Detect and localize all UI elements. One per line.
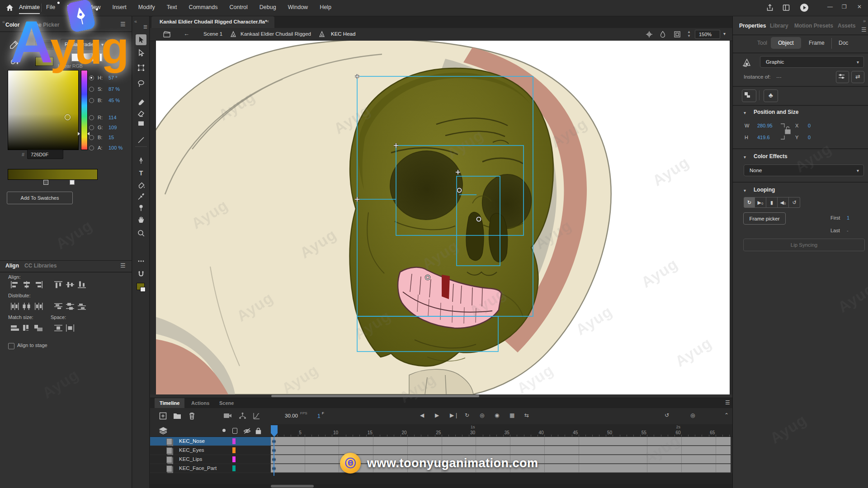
menu-text[interactable]: Text: [167, 4, 177, 10]
layer-row-KEC_Nose[interactable]: KEC_Nose: [150, 437, 271, 446]
subtab-doc[interactable]: Doc: [839, 40, 848, 46]
workspace-icon[interactable]: [782, 4, 790, 12]
match-both-button[interactable]: [33, 324, 43, 332]
fps-value[interactable]: 30.00: [285, 413, 298, 418]
dist-left-button[interactable]: [10, 302, 20, 310]
channel-value[interactable]: 57 °: [108, 75, 118, 80]
align-left-button[interactable]: [10, 281, 20, 289]
more-tool[interactable]: [136, 256, 146, 267]
timeline-tab-scene[interactable]: Scene: [214, 398, 239, 408]
channel-radio[interactable]: [89, 98, 94, 103]
timeline-menu-icon[interactable]: ☰: [725, 399, 730, 406]
share-icon[interactable]: [766, 4, 774, 12]
symbol-type-dropdown[interactable]: Graphic ▾: [760, 56, 864, 68]
toolbar-stroke-swatch[interactable]: [140, 287, 146, 292]
onion-skin-icon[interactable]: ◎: [480, 412, 484, 418]
play-once-button[interactable]: ▶₀: [755, 197, 766, 208]
layer-frames-KEC_Lips[interactable]: [271, 455, 731, 464]
timeline-tab-timeline[interactable]: Timeline: [155, 398, 184, 408]
color-effects-section[interactable]: Color Effects: [754, 153, 788, 160]
advanced-layers-icon[interactable]: [239, 412, 246, 420]
menu-debug[interactable]: Debug: [259, 4, 276, 10]
w-value[interactable]: 280.95: [757, 123, 773, 128]
stage-h-scrollbar[interactable]: [150, 394, 732, 398]
graph-editor-icon[interactable]: [253, 412, 260, 420]
modify-markers-icon[interactable]: ⇆: [524, 412, 529, 418]
timeline-tab-actions[interactable]: Actions: [186, 398, 214, 408]
linear-rgb-label[interactable]: Linear RGB: [58, 63, 83, 69]
line-tool[interactable]: [136, 135, 146, 145]
overflow-reflect-button[interactable]: [82, 53, 92, 61]
layer-frames-KEC_Nose[interactable]: [271, 437, 731, 446]
maximize-button[interactable]: ❐: [842, 4, 847, 10]
clip-content-icon[interactable]: [674, 31, 681, 38]
color-effect-dropdown[interactable]: None ▾: [744, 164, 864, 176]
panel-tab-assets[interactable]: Assets: [838, 23, 855, 29]
menu-control[interactable]: Control: [230, 4, 248, 10]
frame-picker-button[interactable]: Frame picker: [743, 212, 786, 225]
breadcrumb-scene[interactable]: Scene 1: [203, 31, 222, 37]
channel-value[interactable]: 87 %: [108, 86, 120, 92]
align-middle-button[interactable]: [65, 281, 75, 289]
lasso-tool[interactable]: [136, 78, 146, 89]
menu-view[interactable]: View: [89, 4, 101, 10]
subtab-object[interactable]: Object: [771, 37, 801, 49]
document-tab[interactable]: Kankal Eldier Chudail Rigged Character.f…: [151, 16, 274, 28]
edit-multiple-frames-icon[interactable]: ▦: [509, 412, 514, 418]
zoom-stepper-icon[interactable]: ▲▼: [687, 30, 691, 38]
new-folder-icon[interactable]: [173, 413, 181, 419]
puppet-pin-tool[interactable]: [136, 202, 146, 213]
close-tab-icon[interactable]: ×: [266, 19, 269, 24]
channel-value[interactable]: 114: [108, 115, 117, 120]
play-icon[interactable]: ▶: [435, 412, 439, 418]
timeline-options-icon[interactable]: ⌃: [724, 412, 729, 418]
new-layer-icon[interactable]: [159, 412, 167, 420]
dist-center-h-button[interactable]: [22, 302, 32, 310]
toolbar-menu-icon[interactable]: ☰: [143, 24, 147, 29]
lock-icon[interactable]: [255, 427, 261, 434]
layer-row-KEC_Eyes[interactable]: KEC_Eyes: [150, 446, 271, 455]
highlight-dot-icon[interactable]: [222, 429, 226, 432]
subselection-tool[interactable]: [136, 47, 146, 58]
panel-menu-icon[interactable]: ☰: [861, 26, 867, 33]
zoom-level-input[interactable]: 150%: [695, 30, 720, 39]
filter-instance-button[interactable]: [836, 71, 849, 83]
pen-tool[interactable]: [136, 155, 146, 166]
dist-top-button[interactable]: [53, 302, 63, 310]
layer-color-chip[interactable]: [232, 456, 236, 462]
menu-commands[interactable]: Commands: [189, 4, 218, 10]
swap-symbol-button[interactable]: ⇄: [851, 71, 864, 83]
layer-row-KEC_Face_Part[interactable]: KEC_Face_Part: [150, 464, 271, 473]
position-size-section[interactable]: Position and Size: [754, 109, 798, 115]
align-top-button[interactable]: [53, 281, 63, 289]
stroke-pencil-icon[interactable]: [9, 40, 19, 50]
timeline-h-scrollbar[interactable]: [150, 484, 732, 488]
reverse-loop-button[interactable]: ↺: [789, 197, 800, 208]
section-chevron-icon[interactable]: ▾: [744, 110, 746, 115]
dist-middle-button[interactable]: [65, 302, 75, 310]
position-mode-button[interactable]: [742, 89, 756, 102]
first-value[interactable]: 1: [847, 215, 849, 221]
menu-file[interactable]: File: [46, 4, 55, 10]
channel-radio[interactable]: [89, 75, 94, 80]
paint-bucket-tool[interactable]: [136, 180, 146, 191]
breadcrumb-symbol[interactable]: Kankaal Eldier Chudail Rigged: [241, 31, 311, 37]
close-button[interactable]: ✕: [857, 4, 862, 10]
align-right-button[interactable]: [33, 281, 43, 289]
match-height-button[interactable]: [22, 324, 32, 332]
eraser-tool[interactable]: [136, 108, 146, 119]
loop-button[interactable]: ↻: [744, 197, 755, 208]
tab-color[interactable]: Color: [5, 22, 19, 28]
onion-skin-outlines-icon[interactable]: ◉: [495, 412, 499, 418]
overflow-repeat-button[interactable]: [92, 53, 103, 61]
channel-radio[interactable]: [89, 135, 94, 140]
collapse-toolbar-icon[interactable]: «: [134, 19, 137, 24]
panel-menu-icon[interactable]: ☰: [120, 262, 126, 269]
current-frame-value[interactable]: 1: [317, 413, 321, 419]
scrollbar-thumb[interactable]: [271, 395, 479, 397]
magnet-icon[interactable]: [136, 268, 146, 279]
rotate-view-icon[interactable]: [646, 31, 653, 38]
tab-align[interactable]: Align: [5, 263, 19, 269]
fill-bucket-icon[interactable]: [9, 56, 19, 66]
section-chevron-icon[interactable]: ▾: [744, 155, 746, 160]
